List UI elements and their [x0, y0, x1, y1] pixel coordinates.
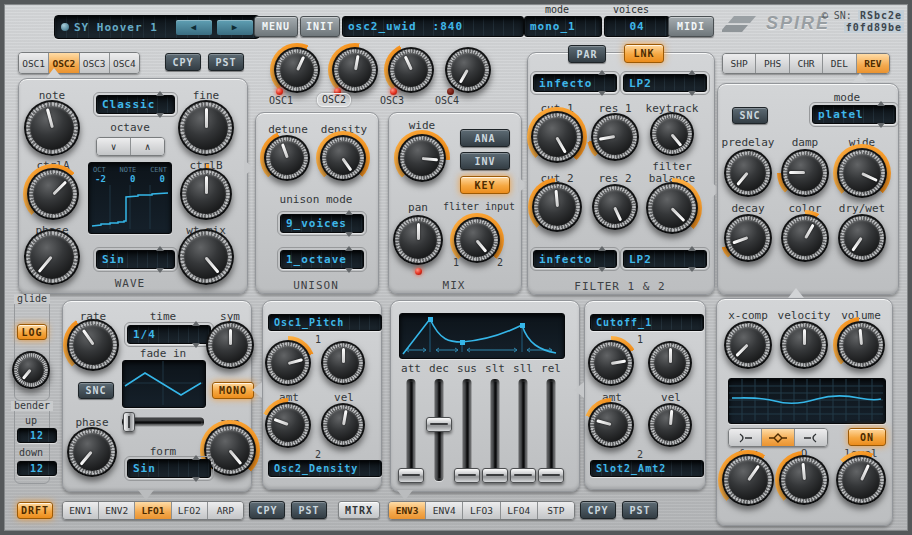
filter-balance-knob[interactable] [646, 182, 698, 234]
density-knob[interactable] [320, 135, 366, 181]
unison-range-select[interactable]: 1_octave [280, 250, 364, 269]
osc2-knob-label[interactable]: OSC2 [317, 93, 351, 107]
osc-mode-select[interactable]: Classic [96, 95, 175, 114]
dry-wet-knob[interactable] [838, 214, 886, 262]
lfo-form-select[interactable]: Sin [127, 459, 211, 478]
bender-down-value[interactable]: 12 [17, 461, 57, 476]
lfo-phase-knob[interactable] [67, 427, 117, 477]
eq-high-shelf-button[interactable] [795, 429, 827, 446]
tab-env4[interactable]: ENV4 [426, 502, 463, 519]
sll-slider[interactable] [510, 377, 536, 483]
filter1-slope-select[interactable]: LP2 [623, 74, 707, 92]
glide-log-button[interactable]: LOG [17, 324, 47, 340]
env-amt1-knob[interactable] [588, 340, 634, 386]
tab-shp[interactable]: SHP [723, 54, 756, 73]
tab-env2[interactable]: ENV2 [99, 502, 135, 519]
glide-knob[interactable] [12, 351, 50, 389]
tab-lfo2[interactable]: LFO2 [172, 502, 208, 519]
eq-low-shelf-button[interactable] [729, 429, 762, 446]
ana-button[interactable]: ANA [460, 129, 510, 147]
tab-rev[interactable]: REV [857, 54, 889, 73]
tab-stp[interactable]: STP [538, 502, 574, 519]
filter2-slope-select[interactable]: LP2 [623, 250, 707, 268]
midi-button[interactable]: MIDI [668, 16, 714, 37]
osc-paste-button[interactable]: PST [208, 53, 244, 71]
osc-phase-knob[interactable] [24, 229, 80, 285]
level-knob[interactable] [836, 455, 886, 505]
lfo-vel1-knob[interactable] [321, 341, 365, 385]
volume-knob[interactable] [837, 321, 885, 369]
keytrack-knob[interactable] [650, 112, 694, 156]
detune-knob[interactable] [264, 135, 310, 181]
sym-knob[interactable] [206, 321, 254, 369]
eq-on-button[interactable]: ON [848, 428, 886, 446]
env-mod-slot2-select[interactable]: Slot2_Amt2 [590, 460, 704, 477]
env-vel1-knob[interactable] [648, 341, 692, 385]
env-vel2-knob[interactable] [648, 403, 692, 447]
damp-knob[interactable] [781, 149, 829, 197]
par-button[interactable]: PAR [568, 45, 606, 63]
lnk-button[interactable]: LNK [624, 44, 664, 63]
tab-del[interactable]: DEL [823, 54, 856, 73]
wt-mix-knob[interactable] [178, 229, 234, 285]
tab-chr[interactable]: CHR [790, 54, 823, 73]
efx-wide-knob[interactable] [837, 148, 887, 198]
octave-down-button[interactable]: ∨ [97, 138, 131, 155]
tab-env1[interactable]: ENV1 [63, 502, 99, 519]
slider-handle[interactable] [123, 412, 135, 432]
mod-paste-button-left[interactable]: PST [291, 501, 327, 519]
q-knob[interactable] [779, 455, 829, 505]
slider-handle[interactable] [398, 468, 424, 483]
sus-slider[interactable] [454, 377, 480, 483]
osc-copy-button[interactable]: CPY [165, 53, 201, 71]
att-slider[interactable] [398, 377, 424, 483]
mode-select[interactable]: mono_1 [524, 16, 602, 37]
bender-up-value[interactable]: 12 [17, 428, 57, 443]
mod-copy-button-left[interactable]: CPY [249, 501, 285, 519]
lfo-snc-button[interactable]: SNC [78, 382, 114, 399]
cut2-knob[interactable] [532, 182, 582, 232]
tab-lfo1[interactable]: LFO1 [135, 502, 171, 519]
mod-copy-button-right[interactable]: CPY [580, 501, 616, 519]
mod-paste-button-right[interactable]: PST [622, 501, 658, 519]
slider-handle[interactable] [426, 417, 452, 432]
tab-lfo4[interactable]: LFO4 [501, 502, 538, 519]
preset-prev-button[interactable]: ◀ [176, 20, 212, 35]
osc1-level-knob[interactable] [274, 47, 320, 93]
ctrlA-knob[interactable] [27, 168, 79, 220]
reverb-snc-button[interactable]: SNC [732, 107, 768, 124]
res1-knob[interactable] [591, 113, 639, 161]
init-button[interactable]: INIT [300, 16, 340, 37]
osc2-level-knob[interactable] [332, 47, 378, 93]
predelay-knob[interactable] [724, 149, 772, 197]
eq-peak-button[interactable] [762, 429, 795, 446]
frq-knob[interactable] [722, 454, 774, 506]
lfo-time-select[interactable]: 1/4 [127, 325, 211, 344]
note-knob[interactable] [24, 100, 80, 156]
env-mod-slot1-select[interactable]: Cutoff_1 [590, 314, 704, 331]
slider-handle[interactable] [538, 468, 564, 483]
slider-handle[interactable] [510, 468, 536, 483]
drift-button[interactable]: DRFT [17, 502, 53, 519]
lfo-amt2-knob[interactable] [265, 402, 311, 448]
xcomp-knob[interactable] [724, 321, 772, 369]
lfo-mod-slot2-select[interactable]: Osc2_Density [268, 460, 382, 477]
tab-arp[interactable]: ARP [208, 502, 243, 519]
slider-handle[interactable] [454, 468, 480, 483]
mono-button[interactable]: MONO [212, 382, 254, 399]
tab-phs[interactable]: PHS [756, 54, 789, 73]
amp-knob[interactable] [204, 424, 256, 476]
rel-slider[interactable] [538, 377, 564, 483]
ctrlB-knob[interactable] [180, 168, 232, 220]
filter2-type-select[interactable]: infecto [533, 250, 617, 268]
tab-lfo3[interactable]: LFO3 [463, 502, 500, 519]
key-button[interactable]: KEY [460, 176, 510, 194]
res2-knob[interactable] [592, 184, 638, 230]
slt-slider[interactable] [482, 377, 508, 483]
color-knob[interactable] [781, 214, 829, 262]
pan-knob[interactable] [393, 215, 443, 265]
tab-osc1[interactable]: OSC1 [19, 53, 49, 73]
wave-display[interactable]: OCT NOTE CENT -2 0 0 [88, 162, 172, 234]
preset-display[interactable]: SY Hoover 1 ◀ ▶ [54, 15, 260, 39]
decay-knob[interactable] [724, 214, 772, 262]
